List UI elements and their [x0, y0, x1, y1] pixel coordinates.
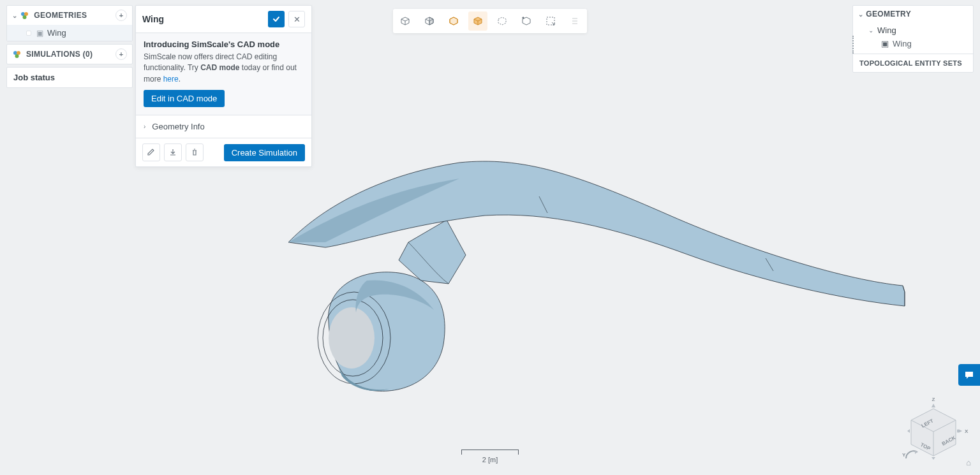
svg-marker-21 — [932, 457, 935, 460]
chevron-down-icon: ⌄ — [858, 11, 863, 18]
cube-icon: ▣ — [881, 39, 889, 48]
delete-button[interactable] — [186, 143, 204, 161]
view-wireframe-button[interactable] — [396, 11, 415, 31]
chevron-down-icon: ⌄ — [12, 12, 17, 19]
intro-text: SimScale now offers direct CAD editing f… — [144, 52, 304, 85]
home-icon[interactable]: ⌂ — [966, 458, 971, 467]
right-geometry-header[interactable]: ⌄ GEOMETRY — [853, 6, 973, 23]
cube-icon: ▣ — [36, 29, 43, 38]
right-wing-child-label: Wing — [893, 39, 912, 48]
intro-link[interactable]: here — [163, 75, 179, 84]
view-surfaces-button[interactable] — [444, 11, 463, 31]
selection-box-button[interactable] — [541, 11, 560, 31]
svg-marker-18 — [932, 405, 935, 407]
svg-point-5 — [23, 15, 27, 19]
add-geometry-button[interactable]: + — [115, 10, 127, 21]
tree-branch-icon — [26, 31, 31, 36]
geometries-icon — [20, 10, 30, 20]
right-wing-label: Wing — [877, 26, 896, 35]
geometry-info-label: Geometry Info — [152, 122, 204, 131]
detail-header: Wing ✕ — [136, 6, 311, 33]
svg-point-8 — [15, 54, 19, 58]
edit-cad-mode-button[interactable]: Edit in CAD mode — [144, 90, 225, 107]
simulations-icon — [12, 49, 22, 59]
geometry-item-wing[interactable]: ▣ Wing — [7, 25, 132, 41]
download-button[interactable] — [164, 143, 182, 161]
scale-line-icon — [461, 449, 519, 455]
confirm-button[interactable] — [268, 11, 285, 27]
detail-title: Wing — [142, 14, 264, 24]
svg-point-2 — [329, 307, 375, 369]
view-hidden-button[interactable] — [517, 11, 536, 31]
right-wing-child[interactable]: ▣ Wing — [853, 36, 973, 54]
view-shaded-button[interactable] — [420, 11, 439, 31]
job-status-row[interactable]: Job status — [6, 67, 133, 88]
viewer-toolbar — [393, 9, 587, 33]
cad-mode-intro: Introducing SimScale's CAD mode SimScale… — [136, 33, 311, 115]
right-geometry-label: GEOMETRY — [866, 10, 911, 18]
geometry-item-label: Wing — [47, 28, 66, 38]
geometries-section: ⌄ GEOMETRIES + ▣ Wing — [6, 5, 133, 41]
svg-marker-19 — [907, 429, 910, 433]
right-wing-node[interactable]: ⌄ Wing — [853, 23, 973, 36]
chat-fab[interactable] — [958, 364, 980, 386]
view-cube[interactable]: Z X Y LEFT TOP BACK ⌂ — [898, 396, 969, 466]
left-tree-panel: ⌄ GEOMETRIES + ▣ Wing SIMULATIONS (0) + … — [6, 5, 133, 88]
right-tree-panel: ⌄ GEOMETRY ⌄ Wing ▣ Wing TOPOLOGICAL ENT… — [852, 5, 974, 73]
create-simulation-button[interactable]: Create Simulation — [224, 144, 305, 161]
view-solid-button[interactable] — [468, 11, 487, 31]
svg-marker-22 — [915, 450, 917, 454]
topological-sets-header[interactable]: TOPOLOGICAL ENTITY SETS — [853, 54, 973, 72]
scale-label: 2 [m] — [461, 456, 519, 464]
geometries-label: GEOMETRIES — [34, 11, 87, 20]
svg-text:X: X — [965, 428, 969, 434]
simulations-section: SIMULATIONS (0) + — [6, 44, 133, 64]
measure-button[interactable] — [565, 11, 584, 31]
view-transparent-button[interactable] — [493, 11, 512, 31]
geometries-header[interactable]: ⌄ GEOMETRIES + — [7, 6, 132, 25]
detail-footer: Create Simulation — [136, 138, 311, 166]
job-status-label: Job status — [13, 73, 55, 82]
intro-heading: Introducing SimScale's CAD mode — [144, 40, 304, 49]
right-panel-resize-handle[interactable] — [852, 36, 854, 54]
simulations-header[interactable]: SIMULATIONS (0) + — [7, 45, 132, 64]
add-simulation-button[interactable]: + — [115, 48, 127, 60]
close-button[interactable]: ✕ — [288, 11, 305, 27]
chevron-down-icon: ⌄ — [868, 27, 873, 34]
svg-text:Z: Z — [932, 397, 935, 402]
geometry-detail-panel: Wing ✕ Introducing SimScale's CAD mode S… — [135, 5, 312, 167]
svg-point-9 — [523, 17, 524, 18]
simulations-label: SIMULATIONS (0) — [26, 50, 93, 59]
geometry-info-row[interactable]: › Geometry Info — [136, 115, 311, 138]
scale-bar: 2 [m] — [461, 449, 519, 464]
rename-button[interactable] — [142, 143, 160, 161]
chevron-right-icon: › — [144, 123, 145, 130]
svg-text:Y: Y — [902, 452, 906, 458]
